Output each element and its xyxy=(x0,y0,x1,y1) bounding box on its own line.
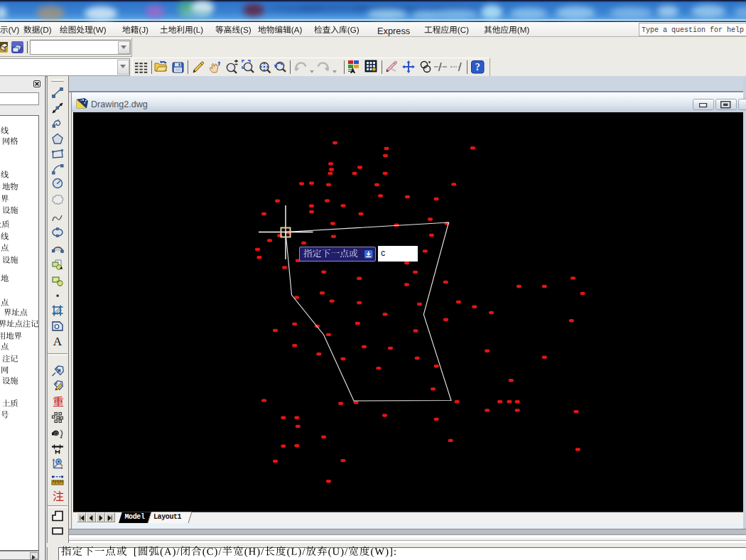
svg-text:A: A xyxy=(53,335,63,348)
svg-text:?: ? xyxy=(475,62,480,72)
